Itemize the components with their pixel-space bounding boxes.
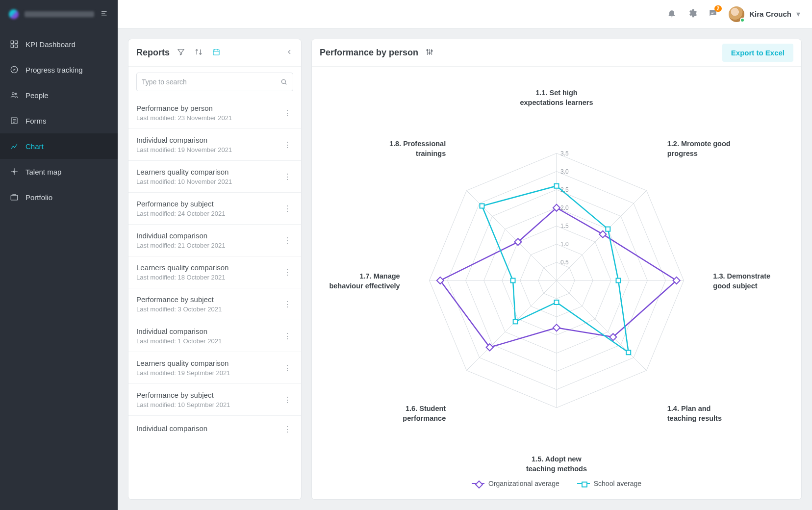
calendar-icon[interactable]: [210, 46, 223, 60]
talent-icon: [10, 167, 19, 176]
report-item[interactable]: Individual comparisonLast modified: 19 N…: [128, 128, 301, 160]
notification-badge: 2: [714, 5, 722, 12]
report-title: Individual comparison: [136, 136, 278, 144]
reports-list[interactable]: Performance by personLast modified: 23 N…: [128, 97, 301, 499]
report-modified: Last modified: 19 Septmber 2021: [136, 369, 278, 377]
report-title: Learners quality comparison: [136, 168, 278, 176]
sidebar-item-label: Portfolio: [25, 193, 52, 202]
sidebar: KPI DashboardProgress trackingPeopleForm…: [0, 0, 118, 510]
svg-rect-2: [11, 45, 13, 48]
sidebar-item-portfolio[interactable]: Portfolio: [0, 184, 118, 210]
report-item[interactable]: Performance by subjectLast modified: 3 O…: [128, 288, 301, 320]
legend-school: School average: [577, 480, 641, 487]
chart-panel: Performance by person Export to Excel 0.…: [312, 39, 801, 499]
collapse-panel-icon[interactable]: [285, 48, 293, 58]
more-icon[interactable]: ⋮: [281, 361, 293, 375]
more-icon[interactable]: ⋮: [281, 423, 293, 436]
report-item[interactable]: Individual comparisonLast modified: 21 O…: [128, 224, 301, 256]
user-name: Kira Crouch: [749, 10, 791, 18]
more-icon[interactable]: ⋮: [281, 170, 293, 183]
report-title: Individual comparison: [136, 424, 278, 433]
svg-rect-9: [11, 195, 18, 200]
chart-title: Performance by person: [320, 48, 418, 58]
more-icon[interactable]: ⋮: [281, 202, 293, 215]
sidebar-item-talent[interactable]: Talent map: [0, 159, 118, 184]
axis-label: 1.2. Mromote good progress: [667, 139, 741, 159]
sidebar-item-dashboard[interactable]: KPI Dashboard: [0, 31, 118, 57]
chart-body: 0.51.01.52.02.53.03.5 1.1. Set high expe…: [312, 67, 801, 499]
filter-icon[interactable]: [175, 46, 187, 60]
svg-rect-35: [555, 184, 559, 188]
avatar: [729, 6, 744, 22]
chevron-down-icon: ▾: [796, 9, 800, 19]
svg-rect-38: [626, 350, 631, 355]
report-item[interactable]: Performance by personLast modified: 23 N…: [128, 97, 301, 128]
report-item[interactable]: Performance by subjectLast modified: 24 …: [128, 192, 301, 224]
main-area: 2 Kira Crouch ▾ Reports: [118, 0, 812, 510]
more-icon[interactable]: ⋮: [281, 266, 293, 279]
legend-org: Organizational average: [472, 480, 559, 487]
svg-text:1.0: 1.0: [560, 241, 569, 248]
more-icon[interactable]: ⋮: [281, 106, 293, 120]
svg-text:1.5: 1.5: [560, 223, 569, 230]
sidebar-item-progress[interactable]: Progress tracking: [0, 57, 118, 82]
brand-logo: [9, 9, 19, 19]
svg-rect-37: [616, 278, 621, 282]
radar-chart: 0.51.01.52.02.53.03.5 1.1. Set high expe…: [327, 76, 787, 476]
sidebar-item-label: Chart: [25, 142, 44, 151]
topbar: 2 Kira Crouch ▾: [118, 0, 812, 28]
axis-label: 1.1. Set high expectations learners: [520, 88, 593, 108]
legend-label-org: Organizational average: [488, 480, 559, 487]
axis-label: 1.5. Adopt new teaching methods: [520, 454, 593, 474]
sidebar-item-forms[interactable]: Forms: [0, 108, 118, 133]
report-modified: Last modified: 1 October 2021: [136, 337, 278, 345]
menu-toggle-icon[interactable]: [100, 9, 109, 20]
svg-rect-1: [15, 41, 18, 43]
report-modified: Last modified: 18 October 2021: [136, 274, 278, 281]
gear-icon[interactable]: [687, 8, 697, 20]
search-input[interactable]: [142, 78, 280, 86]
sidebar-item-chart[interactable]: Chart: [0, 133, 118, 159]
more-icon[interactable]: ⋮: [281, 330, 293, 343]
sidebar-item-people[interactable]: People: [0, 82, 118, 108]
sidebar-item-label: Progress tracking: [25, 66, 83, 74]
messages-icon[interactable]: 2: [708, 8, 718, 20]
report-item[interactable]: Learners quality comparisonLast modified…: [128, 256, 301, 288]
more-icon[interactable]: ⋮: [281, 393, 293, 407]
chart-settings-icon[interactable]: [423, 46, 436, 60]
report-item[interactable]: Learners quality comparisonLast modified…: [128, 352, 301, 383]
svg-line-15: [557, 280, 646, 370]
reports-title: Reports: [136, 48, 170, 58]
axis-label: 1.8. Professional trainings: [372, 139, 446, 159]
progress-icon: [10, 65, 19, 74]
legend-marker-org: [472, 481, 484, 486]
forms-icon: [10, 116, 19, 125]
sidebar-item-label: KPI Dashboard: [25, 40, 76, 49]
sidebar-nav: KPI DashboardProgress trackingPeopleForm…: [0, 28, 118, 210]
search-icon: [280, 78, 288, 86]
report-modified: Last modified: 3 October 2021: [136, 306, 278, 313]
portfolio-icon: [10, 193, 19, 202]
svg-rect-36: [606, 227, 610, 231]
report-item[interactable]: Individual comparison⋮: [128, 415, 301, 443]
report-item[interactable]: Performance by subjectLast modified: 10 …: [128, 383, 301, 415]
axis-label: 1.7. Manage behaviour effectively: [327, 271, 400, 291]
more-icon[interactable]: ⋮: [281, 298, 293, 311]
svg-text:0.5: 0.5: [560, 259, 569, 266]
svg-rect-3: [15, 45, 18, 48]
user-menu[interactable]: Kira Crouch ▾: [729, 6, 800, 22]
more-icon[interactable]: ⋮: [281, 234, 293, 247]
report-item[interactable]: Individual comparisonLast modified: 1 Oc…: [128, 320, 301, 352]
chart-icon: [10, 142, 19, 151]
export-button[interactable]: Export to Excel: [722, 44, 793, 62]
bell-icon[interactable]: [667, 8, 677, 20]
axis-label: 1.4. Plan and teaching results: [667, 404, 741, 424]
sort-icon[interactable]: [192, 46, 205, 60]
report-title: Performance by subject: [136, 295, 278, 304]
more-icon[interactable]: ⋮: [281, 138, 293, 152]
sidebar-item-label: Forms: [25, 117, 47, 125]
report-title: Individual comparison: [136, 327, 278, 335]
report-item[interactable]: Learners quality comparisonLast modified…: [128, 160, 301, 192]
search-box[interactable]: [136, 73, 293, 91]
report-title: Performance by subject: [136, 200, 278, 208]
